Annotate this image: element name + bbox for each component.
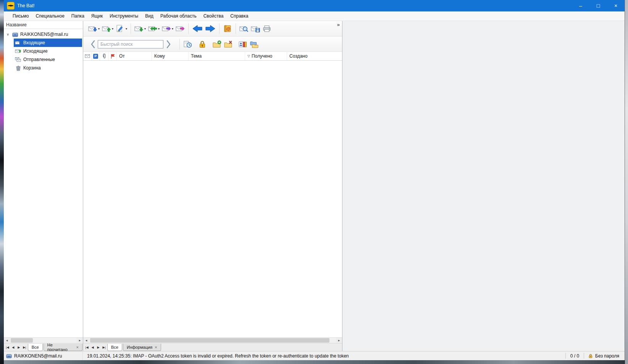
scrollbar-thumb[interactable] (11, 338, 33, 343)
mailbox-icon (6, 353, 12, 359)
scrollbar-track[interactable] (89, 338, 336, 343)
scheduler-button[interactable] (182, 38, 194, 50)
column-header-subject[interactable]: Тема (189, 52, 245, 60)
last-tab-button[interactable]: ▶| (22, 343, 27, 351)
statusbar-account: RAIKKONEN5@mail.ru (4, 351, 83, 360)
menu-item-mailbox[interactable]: Ящик (88, 11, 107, 21)
maximize-button[interactable]: □ (589, 0, 607, 11)
menu-item-help[interactable]: Справка (227, 11, 252, 21)
priority-column-header[interactable]: P (92, 52, 100, 60)
menu-item-workspace[interactable]: Рабочая область (157, 11, 200, 21)
window-controls: – □ × (572, 0, 625, 11)
edit-message-button[interactable]: ▾ (115, 23, 128, 35)
app-logo-icon[interactable] (7, 2, 15, 10)
dropdown-arrow-icon[interactable]: ▾ (172, 27, 173, 31)
close-button[interactable]: × (607, 0, 625, 11)
folder-name: Исходящие (23, 48, 48, 54)
account-row[interactable]: ∨ RAIKKONEN5@mail.ru (4, 30, 83, 39)
first-tab-button[interactable]: |◀ (5, 343, 10, 351)
folder-trash[interactable]: Корзина (14, 64, 82, 72)
tab-all-messages[interactable]: Все (107, 344, 122, 351)
column-header-from[interactable]: От (117, 52, 152, 60)
folder-pane-header[interactable]: Название (4, 21, 83, 29)
folder-inbox[interactable]: Входящие (14, 39, 82, 47)
create-folder-button[interactable] (211, 38, 223, 50)
message-list-hscrollbar[interactable]: ◂ ▸ (83, 337, 342, 343)
column-header-created[interactable]: Создано (287, 52, 342, 60)
contacts-button[interactable] (237, 38, 249, 50)
redirect-button[interactable] (174, 23, 186, 35)
edit-pen-icon (116, 24, 125, 33)
password-status-label: Без пароля (595, 353, 619, 359)
receive-mail-icon (134, 24, 144, 33)
menu-item-view[interactable]: Вид (142, 11, 157, 21)
expand-collapse-icon[interactable]: ∨ (6, 32, 10, 36)
attachment-column-header[interactable] (100, 52, 108, 60)
scroll-right-button[interactable]: ▸ (77, 338, 83, 343)
next-message-button[interactable] (204, 23, 217, 35)
receive-mail-button[interactable]: ▾ (133, 23, 147, 35)
receive-all-mail-button[interactable]: ▾ (147, 23, 161, 35)
read-status-column-header[interactable] (83, 52, 92, 60)
column-header-to[interactable]: Кому (152, 52, 189, 60)
forward-button[interactable]: ▾ (161, 23, 174, 35)
menu-item-tools[interactable]: Инструменты (106, 11, 142, 21)
first-tab-button[interactable]: |◀ (84, 343, 90, 351)
folder-pane-hscrollbar[interactable]: ◂ ▸ (4, 337, 83, 343)
minimize-button[interactable]: – (572, 0, 589, 11)
search-messages-button[interactable] (238, 23, 250, 35)
menu-item-letter[interactable]: Письмо (9, 11, 32, 21)
app-window: The Bat! – □ × Письмо Специальное Папка … (4, 0, 625, 360)
print-message-button[interactable] (261, 23, 273, 35)
column-header-received[interactable]: ▽ Получено (245, 52, 287, 60)
new-message-icon (88, 24, 97, 33)
dropdown-arrow-icon[interactable]: ▾ (144, 27, 146, 31)
toolbar-overflow-icon[interactable]: » (337, 22, 340, 27)
password-lock-button[interactable] (197, 38, 208, 50)
scrollbar-thumb[interactable] (90, 338, 329, 343)
next-tab-button[interactable]: ▶ (95, 343, 101, 351)
last-tab-button[interactable]: ▶| (101, 343, 107, 351)
quick-search-input[interactable] (98, 40, 163, 48)
next-tab-button[interactable]: ▶ (16, 343, 22, 351)
search-prev-button[interactable] (88, 39, 98, 50)
reply-button[interactable]: ▾ (101, 23, 115, 35)
address-book-button[interactable]: @ (222, 23, 233, 35)
search-next-button[interactable] (163, 39, 173, 50)
title-bar[interactable]: The Bat! – □ × (4, 0, 625, 11)
close-tab-icon[interactable]: × (76, 345, 79, 350)
scroll-right-button[interactable]: ▸ (336, 338, 342, 343)
dropdown-arrow-icon[interactable]: ▾ (158, 27, 160, 31)
dropdown-arrow-icon[interactable]: ▾ (112, 27, 113, 31)
dropdown-arrow-icon[interactable]: ▾ (126, 27, 127, 31)
previous-message-button[interactable] (191, 23, 204, 35)
print-icon (262, 24, 271, 33)
dropdown-arrow-icon[interactable]: ▾ (98, 27, 100, 31)
scrollbar-track[interactable] (10, 338, 77, 343)
menu-item-special[interactable]: Специальное (32, 11, 68, 21)
scroll-left-button[interactable]: ◂ (83, 338, 89, 343)
scroll-left-button[interactable]: ◂ (4, 338, 10, 343)
close-tab-icon[interactable]: × (155, 345, 157, 350)
tab-unread[interactable]: Не прочитано × (44, 344, 82, 351)
message-counter: 0 / 0 (566, 353, 584, 359)
prev-tab-button[interactable]: ◀ (90, 343, 95, 351)
sort-descending-icon: ▽ (247, 54, 250, 58)
new-message-button[interactable]: ▾ (87, 23, 101, 35)
menu-item-folder[interactable]: Папка (68, 11, 88, 21)
status-bar: RAIKKONEN5@mail.ru 19.01.2024, 14:25:35:… (4, 351, 625, 360)
folder-maintenance-button[interactable] (223, 38, 234, 50)
tab-information[interactable]: Информация × (123, 344, 161, 351)
folder-outbox[interactable]: Исходящие (14, 47, 82, 55)
save-message-button[interactable] (250, 23, 261, 35)
folder-maintenance-icon (224, 40, 233, 48)
save-message-icon (251, 24, 260, 33)
folder-sent[interactable]: Отправленные (14, 55, 82, 64)
main-area: Название ∨ RAIKKONEN5@mail.ru Входящие (4, 21, 625, 351)
tab-all-folders[interactable]: Все (28, 344, 43, 351)
sort-office-button[interactable] (249, 38, 260, 50)
menu-item-properties[interactable]: Свойства (200, 11, 227, 21)
flag-column-header[interactable] (108, 52, 117, 60)
prev-tab-button[interactable]: ◀ (10, 343, 16, 351)
scheduler-icon (183, 40, 192, 48)
